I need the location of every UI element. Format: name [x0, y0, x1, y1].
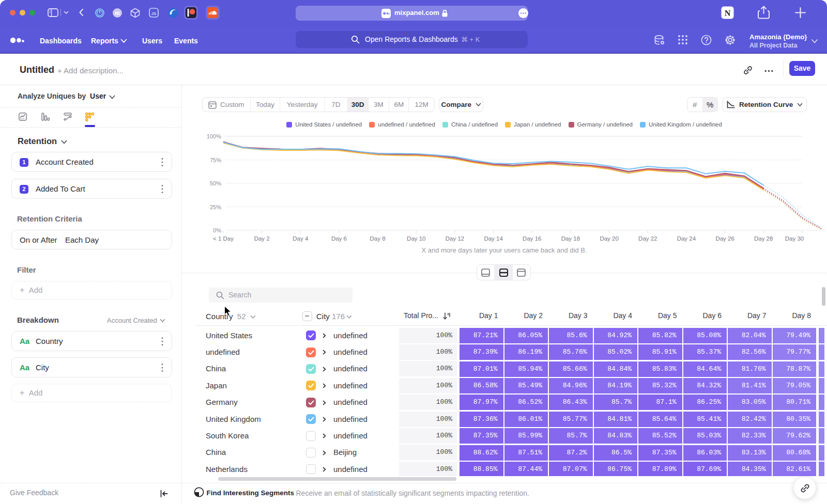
svg-text:Day 14: Day 14 — [484, 235, 503, 242]
svg-text:Day 8: Day 8 — [370, 235, 386, 242]
svg-text:Day 30: Day 30 — [785, 235, 804, 242]
svg-text:Day 12: Day 12 — [446, 235, 464, 242]
svg-text:Day 20: Day 20 — [600, 235, 618, 242]
svg-text:Day 16: Day 16 — [523, 235, 541, 242]
svg-text:Day 22: Day 22 — [638, 235, 657, 242]
svg-text:JS: JS — [151, 11, 157, 16]
svg-text:Day 6: Day 6 — [331, 235, 347, 242]
svg-text:Day 24: Day 24 — [677, 235, 696, 242]
svg-text:Day 4: Day 4 — [293, 235, 309, 242]
svg-text:Day 18: Day 18 — [561, 235, 580, 242]
svg-text:< 1 Day: < 1 Day — [213, 235, 234, 242]
svg-text:Day 10: Day 10 — [407, 235, 425, 242]
svg-text:Day 2: Day 2 — [254, 235, 270, 242]
svg-text:Day 26: Day 26 — [715, 235, 734, 242]
svg-text:Day 28: Day 28 — [754, 235, 773, 242]
svg-text:N: N — [725, 9, 731, 18]
